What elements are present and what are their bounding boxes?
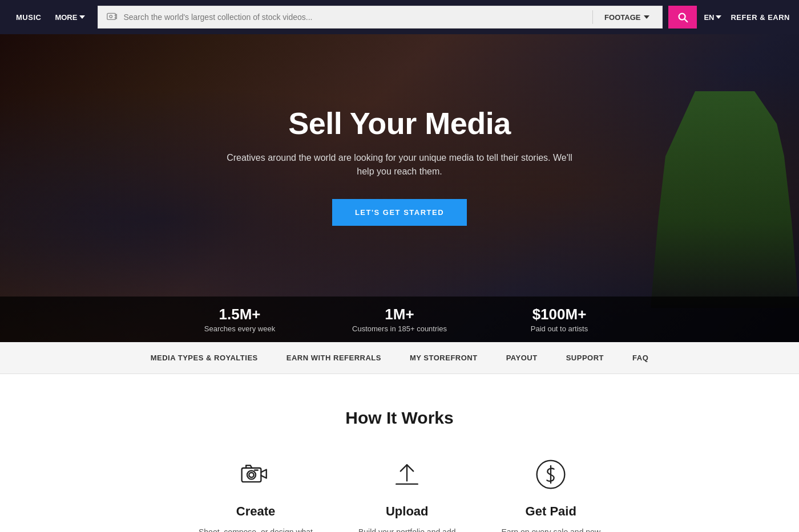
refer-earn-link[interactable]: REFER & EARN: [731, 13, 790, 22]
hero-section: Sell Your Media Creatives around the wor…: [0, 34, 799, 342]
lang-label: EN: [704, 13, 714, 22]
stat-customers-label: Customers in 185+ countries: [352, 324, 447, 333]
hiw-card-getpaid: Get Paid Earn on every sale and new: [501, 456, 600, 532]
chevron-down-icon: [79, 15, 85, 19]
nav-more-dropdown[interactable]: MORE: [48, 13, 92, 22]
chevron-down-icon: [716, 15, 721, 19]
search-input[interactable]: [123, 13, 586, 22]
tab-storefront[interactable]: MY STOREFRONT: [410, 351, 478, 364]
upload-desc: Build your portfolio and add: [358, 526, 455, 532]
hero-content: Sell Your Media Creatives around the wor…: [223, 105, 576, 271]
stat-customers: 1M+ Customers in 185+ countries: [320, 297, 479, 342]
hiw-card-create: Create Shoot, compose, or design what: [199, 456, 313, 532]
create-title: Create: [236, 504, 275, 519]
stats-bar: 1.5M+ Searches every week 1M+ Customers …: [0, 297, 799, 342]
stat-customers-number: 1M+: [385, 306, 414, 323]
camera-search-icon: [106, 10, 119, 25]
tab-media-types[interactable]: MEDIA TYPES & ROYALTIES: [151, 351, 258, 364]
footage-label: FOOTAGE: [604, 13, 640, 22]
search-button[interactable]: [668, 6, 697, 29]
footage-dropdown[interactable]: FOOTAGE: [600, 13, 654, 22]
dollar-icon: [532, 456, 569, 493]
stat-paidout: $100M+ Paid out to artists: [479, 297, 639, 342]
lang-selector[interactable]: EN: [704, 13, 721, 22]
create-icon: [237, 456, 274, 493]
getpaid-desc: Earn on every sale and new: [501, 526, 600, 532]
how-it-works-cards: Create Shoot, compose, or design what Up…: [23, 456, 776, 532]
svg-point-4: [249, 473, 253, 477]
nav-music[interactable]: MUSIC: [9, 13, 48, 22]
tab-earn-referrals[interactable]: EARN WITH REFERRALS: [286, 351, 381, 364]
search-bar: FOOTAGE: [98, 6, 663, 29]
tab-faq[interactable]: FAQ: [632, 351, 648, 364]
upload-icon: [389, 456, 425, 493]
chevron-down-icon: [644, 15, 649, 19]
upload-title: Upload: [386, 504, 429, 519]
hero-cta-button[interactable]: LET'S GET STARTED: [332, 199, 467, 226]
getpaid-title: Get Paid: [526, 504, 576, 519]
nav-right: EN REFER & EARN: [704, 13, 790, 22]
create-desc: Shoot, compose, or design what: [199, 526, 313, 532]
hiw-card-upload: Upload Build your portfolio and add: [358, 456, 455, 532]
stat-searches-label: Searches every week: [204, 324, 275, 333]
stat-searches-number: 1.5M+: [219, 306, 261, 323]
tab-support[interactable]: SUPPORT: [566, 351, 604, 364]
hero-subtitle: Creatives around the world are looking f…: [223, 151, 576, 178]
svg-rect-0: [107, 13, 116, 19]
hero-title: Sell Your Media: [223, 105, 576, 141]
search-divider: [592, 10, 593, 24]
stat-paidout-number: $100M+: [532, 306, 587, 323]
svg-point-1: [110, 15, 112, 18]
nav-more-label: MORE: [55, 13, 77, 22]
tab-payout[interactable]: PAYOUT: [506, 351, 538, 364]
stat-searches: 1.5M+ Searches every week: [160, 297, 320, 342]
stat-paidout-label: Paid out to artists: [531, 324, 588, 333]
section-nav-tabs: MEDIA TYPES & ROYALTIES EARN WITH REFERR…: [0, 342, 799, 374]
how-it-works-section: How It Works Create S: [0, 374, 799, 532]
how-it-works-title: How It Works: [345, 408, 453, 428]
search-icon: [676, 11, 689, 23]
navbar: MUSIC MORE FOOTAGE EN REFER & EARN: [0, 0, 799, 34]
